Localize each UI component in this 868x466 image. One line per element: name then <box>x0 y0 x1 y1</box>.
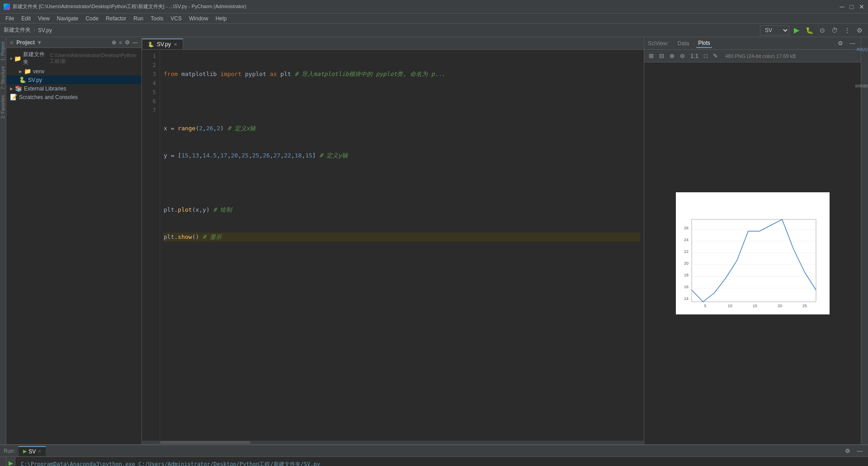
editor-tabs: 🐍 SV.py ✕ <box>142 37 644 50</box>
bottom-left-sidebar <box>0 457 6 466</box>
chart-container: 14 16 18 20 22 24 26 5 10 15 20 25 <box>676 192 830 314</box>
svg-text:5: 5 <box>704 304 706 308</box>
minimize-button[interactable]: ─ <box>840 3 844 10</box>
sciview-panel: SciView: Data Plots ⚙ — ⊞ ⊟ ⊕ ⊖ 1:1 □ ✎ … <box>644 37 861 444</box>
bottom-settings-btn[interactable]: ⚙ <box>843 447 852 455</box>
sidebar-favorites-tab[interactable]: 2: Favorites <box>0 92 6 121</box>
sciview-label: SciView: <box>648 40 669 47</box>
sidebar-project-tab[interactable]: 1: Project <box>0 39 6 63</box>
tree-venv-folder[interactable]: ▶ 📁 venv <box>6 67 142 76</box>
menu-navigate[interactable]: Navigate <box>53 14 82 23</box>
menu-code[interactable]: Code <box>82 14 102 23</box>
svg-text:26: 26 <box>684 226 688 230</box>
bottom-panel: Run: ▶ SV ✕ ⚙ — ▶ ■ ▲ ▼ ⇌ ≡ 🖨 🗑 C:\Progr… <box>0 444 868 466</box>
window-title: 新建文件夹 [C:\Users\Administrator\Desktop\Py… <box>13 3 246 10</box>
tree-root-folder[interactable]: ▾ 📁 新建文件夹 C:\Users\Administrator\Desktop… <box>6 50 142 67</box>
menu-run[interactable]: Run <box>130 14 147 23</box>
project-header: ≡ Project ▾ ⊕ ≡ ⚙ — <box>6 37 142 48</box>
breadcrumb-separator: › <box>33 27 35 33</box>
sciview-edit-btn[interactable]: ✎ <box>711 52 720 60</box>
sciview-tab-plots[interactable]: Plots <box>696 39 712 48</box>
bottom-tab-controls: ⚙ — <box>843 447 864 455</box>
sciview-tab-data[interactable]: Data <box>676 39 691 48</box>
app-logo <box>4 4 10 10</box>
menu-tools[interactable]: Tools <box>147 14 167 23</box>
menu-bar: File Edit View Navigate Code Refactor Ru… <box>0 14 868 24</box>
code-scrollbar[interactable] <box>142 441 644 444</box>
run-output: C:\ProgramData\Anaconda3\python.exe C:/U… <box>15 457 868 466</box>
more-run-options[interactable]: ⋮ <box>842 26 852 35</box>
sciview-tabs: SciView: Data Plots <box>648 39 712 48</box>
project-collapse-icon[interactable]: ≡ <box>119 39 122 46</box>
editor-tab-sv-py[interactable]: 🐍 SV.py ✕ <box>142 38 183 49</box>
svg-text:20: 20 <box>777 304 782 308</box>
menu-edit[interactable]: Edit <box>18 14 34 23</box>
editor-area: 🐍 SV.py ✕ 1 2 3 4 5 6 7 from matplotlib … <box>142 37 644 444</box>
svg-text:22: 22 <box>684 249 688 254</box>
svg-text:18: 18 <box>684 273 688 277</box>
project-panel: ≡ Project ▾ ⊕ ≡ ⚙ — ▾ 📁 新建文件夹 C:\Users\A… <box>6 37 142 444</box>
sciview-zoom-1-1-btn[interactable]: 1:1 <box>689 52 700 60</box>
sciview-fit-btn[interactable]: □ <box>702 52 709 60</box>
run-button[interactable]: ▶ <box>792 25 801 35</box>
project-title: ≡ Project ▾ <box>10 39 41 46</box>
project-settings-icon[interactable]: ⚙ <box>125 39 130 46</box>
project-minimize-icon[interactable]: — <box>132 39 138 46</box>
sciview-grid-btn[interactable]: ⊟ <box>657 52 666 60</box>
run-tab-icon: ▶ <box>23 448 27 454</box>
project-header-icons: ⊕ ≡ ⚙ — <box>112 39 138 46</box>
menu-refactor[interactable]: Refactor <box>102 14 130 23</box>
run-controls: ▶ ■ ▲ ▼ ⇌ ≡ 🖨 🗑 <box>6 457 15 466</box>
editor-tab-close[interactable]: ✕ <box>174 42 177 47</box>
run-tab-close[interactable]: ✕ <box>38 449 41 454</box>
maximize-button[interactable]: □ <box>850 3 854 10</box>
bottom-tab-sv[interactable]: ▶ SV ✕ <box>19 446 46 456</box>
sciview-image-info: 480 PNG (24-bit color) 17.69 kB <box>725 53 796 59</box>
right-tab-sciview[interactable]: SciView <box>854 46 868 53</box>
sciview-zoom-in-btn[interactable]: ⊕ <box>668 52 676 60</box>
sciview-settings-button[interactable]: ⚙ <box>836 39 845 48</box>
bottom-minimize-btn[interactable]: — <box>855 447 864 455</box>
sciview-zoom-out-btn[interactable]: ⊖ <box>678 52 687 60</box>
code-content[interactable]: from matplotlib import pyplot as plt # 导… <box>160 50 644 441</box>
bottom-tabs: Run: ▶ SV ✕ ⚙ — <box>0 445 868 457</box>
code-scroll-thumb[interactable] <box>160 441 250 444</box>
settings-icon[interactable]: ⚙ <box>855 26 864 35</box>
bottom-tabs-left: Run: ▶ SV ✕ <box>4 446 46 456</box>
breadcrumb-area: 新建文件夹 › SV.py <box>4 26 52 34</box>
breadcrumb-file[interactable]: SV.py <box>38 27 52 33</box>
svg-text:24: 24 <box>684 238 688 242</box>
tree-external-libraries[interactable]: ▶ 📚 External Libraries <box>6 84 142 93</box>
svg-text:20: 20 <box>684 261 688 266</box>
close-button[interactable]: ✕ <box>859 3 864 10</box>
code-editor[interactable]: 1 2 3 4 5 6 7 from matplotlib import pyp… <box>142 50 644 441</box>
run-toolbar: SV ▶ 🐛 ⊙ ⏱ ⋮ ⚙ <box>760 25 864 35</box>
run-config-dropdown[interactable]: SV <box>760 25 789 35</box>
svg-text:16: 16 <box>684 285 688 289</box>
chart-svg: 14 16 18 20 22 24 26 5 10 15 20 25 <box>676 192 830 314</box>
main-area: 1: Project 7: Structure 2: Favorites ≡ P… <box>0 37 868 444</box>
menu-view[interactable]: View <box>34 14 53 23</box>
svg-text:15: 15 <box>752 304 757 308</box>
debug-button[interactable]: 🐛 <box>804 26 815 35</box>
tree-sv-py[interactable]: 🐍 SV.py <box>6 76 142 84</box>
left-sidebar: 1: Project 7: Structure 2: Favorites <box>0 37 6 444</box>
line-numbers: 1 2 3 4 5 6 7 <box>142 50 160 441</box>
run-with-coverage-button[interactable]: ⊙ <box>818 26 827 35</box>
svg-text:25: 25 <box>802 304 807 308</box>
menu-file[interactable]: File <box>2 14 18 23</box>
menu-help[interactable]: Help <box>212 14 231 23</box>
run-rerun-btn[interactable]: ▶ <box>8 459 14 466</box>
menu-vcs[interactable]: VCS <box>167 14 185 23</box>
run-command: C:\ProgramData\Anaconda3\python.exe C:/U… <box>21 461 863 466</box>
sidebar-structure-tab[interactable]: 7: Structure <box>0 63 6 92</box>
title-left: 新建文件夹 [C:\Users\Administrator\Desktop\Py… <box>4 3 246 10</box>
project-add-icon[interactable]: ⊕ <box>112 39 116 46</box>
right-tab-database[interactable]: Database <box>852 83 868 90</box>
profile-button[interactable]: ⏱ <box>830 26 840 35</box>
title-bar: 新建文件夹 [C:\Users\Administrator\Desktop\Py… <box>0 0 868 14</box>
menu-window[interactable]: Window <box>185 14 212 23</box>
sciview-view-image-btn[interactable]: ⊞ <box>647 52 656 60</box>
tree-scratches[interactable]: 📝 Scratches and Consoles <box>6 93 142 101</box>
breadcrumb-root[interactable]: 新建文件夹 <box>4 26 31 34</box>
